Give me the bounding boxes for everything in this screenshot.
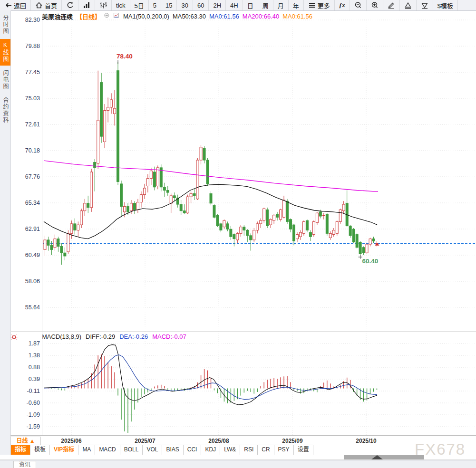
tab-rsi[interactable]: RSI [240, 445, 258, 455]
indicator-tabbar: 指标模板VIP指标MAMACDBOLLVOLBIASCCIKDJLW&RSICR… [10, 445, 313, 455]
tab-vol[interactable]: VOL [143, 445, 162, 455]
macd-axis-label: -0.11 [13, 388, 40, 394]
price-axis-label: 79.88 [13, 43, 40, 49]
tab-cci[interactable]: CCI [184, 445, 202, 455]
price-axis-label: 58.06 [13, 278, 40, 285]
price-axis-label: 67.76 [13, 173, 40, 180]
macd-axis-label: 1.38 [13, 352, 40, 359]
chevron-up-icon: ▲ [29, 438, 35, 444]
macd-axis-label: 0.39 [13, 376, 40, 382]
chart-canvas: 78.4060.40 [0, 0, 476, 468]
price-axis-label: 77.45 [13, 69, 40, 76]
date-axis-label: 2025/10 [356, 438, 376, 444]
panel-divider [10, 331, 476, 332]
period-selector-dropdown[interactable]: 日线 ▲ [10, 437, 41, 445]
macd-axis-label: -1.09 [13, 411, 40, 418]
trading-app-window: 返回首页tick5日51530602H4H日周月年更多ƒx$模板 分时图K线图闪… [0, 0, 476, 468]
horizontal-scrollbar-thumb[interactable] [344, 455, 424, 459]
date-axis-label: 2025/09 [282, 438, 302, 444]
tab-boll[interactable]: BOLL [120, 445, 143, 455]
tab-cr[interactable]: CR [258, 445, 274, 455]
macd-axis-label: 1.87 [13, 340, 40, 347]
svg-text:60.40: 60.40 [362, 258, 379, 265]
date-axis-label: 2025/07 [135, 438, 155, 444]
tab-indicator[interactable]: 指标 [10, 445, 30, 455]
news-tab[interactable]: 资讯 [13, 461, 36, 468]
tab-kdj[interactable]: KDJ [201, 445, 220, 455]
price-axis-label: 82.30 [13, 17, 40, 23]
tab-bias[interactable]: BIAS [162, 445, 183, 455]
tab-ma[interactable]: MA [78, 445, 95, 455]
price-axis-label: 72.61 [13, 121, 40, 128]
macd-axis-label: -1.59 [13, 423, 40, 430]
price-axis-label: 75.03 [13, 95, 40, 102]
fx678-watermark: FX678 [415, 440, 466, 458]
price-axis-label: 55.64 [13, 304, 40, 311]
tab-macd[interactable]: MACD [95, 445, 120, 455]
bottom-statusbar [0, 460, 476, 468]
macd-axis-label: -0.60 [13, 400, 40, 406]
price-axis-label: 70.18 [13, 147, 40, 154]
scrollbar-arrow-up-icon[interactable] [371, 455, 383, 459]
period-selector-label: 日线 [16, 438, 28, 444]
tab-vip-indicator[interactable]: VIP指标 [50, 445, 78, 455]
chart-bottom-divider [10, 435, 476, 436]
svg-text:78.40: 78.40 [117, 53, 133, 60]
tab-lw[interactable]: LW& [220, 445, 240, 455]
macd-settings-sun-icon[interactable] [10, 334, 18, 341]
price-axis-label: 60.49 [13, 252, 40, 258]
price-axis-label: 65.34 [13, 200, 40, 206]
tab-template[interactable]: 模板 [30, 445, 50, 455]
macd-axis-label: 0.88 [13, 364, 40, 371]
date-axis-label: 2025/06 [61, 438, 81, 444]
tab-settings[interactable]: 设置 [294, 445, 313, 455]
price-axis-label: 62.91 [13, 226, 40, 232]
tab-psy[interactable]: PSY [274, 445, 294, 455]
date-axis-label: 2025/08 [208, 438, 229, 444]
